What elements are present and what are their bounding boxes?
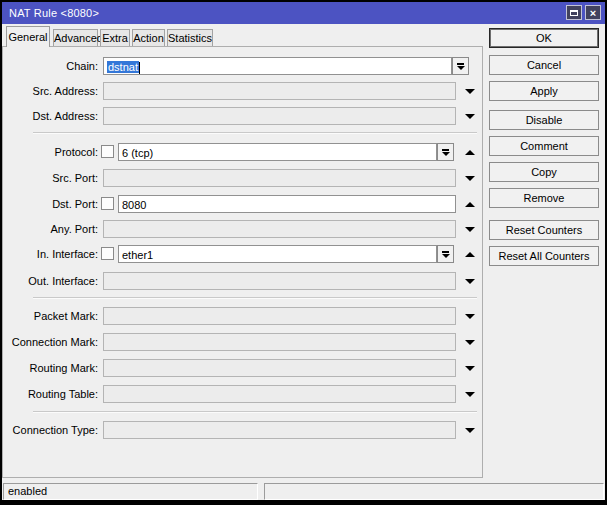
- row-in-interface: In. Interface: ether1: [0, 245, 483, 263]
- any-port-field: [103, 220, 456, 238]
- protocol-input[interactable]: 6 (tcp): [118, 143, 437, 161]
- status-enabled: enabled: [3, 483, 258, 500]
- routing-table-expand-button[interactable]: [462, 385, 478, 403]
- window-title: NAT Rule <8080>: [2, 7, 99, 19]
- src-port-field: [103, 169, 456, 187]
- cancel-button[interactable]: Cancel: [489, 55, 599, 75]
- chevron-down-icon: [465, 314, 475, 319]
- in-interface-not-checkbox[interactable]: [101, 247, 114, 260]
- row-src-port: Src. Port:: [0, 169, 483, 187]
- connection-mark-expand-button[interactable]: [462, 333, 478, 351]
- protocol-label: Protocol:: [2, 143, 98, 161]
- chevron-up-icon: [465, 202, 475, 207]
- dropdown-list-icon: [442, 251, 450, 258]
- connection-type-field: [103, 421, 456, 439]
- disable-button[interactable]: Disable: [489, 110, 599, 130]
- any-port-label: Any. Port:: [2, 220, 98, 238]
- packet-mark-label: Packet Mark:: [2, 307, 98, 325]
- routing-table-label: Routing Table:: [2, 385, 98, 403]
- chain-dropdown-button[interactable]: [452, 57, 469, 75]
- maximize-icon: [570, 10, 578, 16]
- tab-action[interactable]: Action: [132, 29, 165, 46]
- nat-rule-dialog: NAT Rule <8080> × General Advanced Extra…: [0, 0, 607, 505]
- row-dst-address: Dst. Address:: [0, 107, 483, 125]
- row-connection-mark: Connection Mark:: [0, 333, 483, 351]
- chain-label: Chain:: [2, 57, 98, 75]
- chevron-down-icon: [465, 366, 475, 371]
- tab-statistics[interactable]: Statistics: [167, 29, 213, 46]
- chevron-down-icon: [465, 279, 475, 284]
- packet-mark-field: [103, 307, 456, 325]
- protocol-collapse-button[interactable]: [462, 143, 478, 161]
- routing-table-field: [103, 385, 456, 403]
- separator: [33, 297, 477, 299]
- chevron-down-icon: [465, 176, 475, 181]
- separator: [33, 132, 477, 134]
- dst-address-field: [103, 107, 456, 125]
- row-routing-table: Routing Table:: [0, 385, 483, 403]
- connection-mark-label: Connection Mark:: [2, 333, 98, 351]
- remove-button[interactable]: Remove: [489, 188, 599, 208]
- tab-extra[interactable]: Extra: [100, 29, 130, 46]
- row-any-port: Any. Port:: [0, 220, 483, 238]
- chevron-down-icon: [465, 114, 475, 119]
- dropdown-list-icon: [457, 63, 465, 70]
- tab-general[interactable]: General: [6, 26, 50, 47]
- text-caret: [139, 62, 140, 74]
- in-interface-label: In. Interface:: [2, 245, 98, 263]
- in-interface-dropdown-button[interactable]: [437, 245, 454, 263]
- close-button[interactable]: ×: [585, 5, 601, 20]
- apply-button[interactable]: Apply: [489, 81, 599, 101]
- maximize-button[interactable]: [566, 5, 582, 20]
- chevron-down-icon: [465, 340, 475, 345]
- src-address-label: Src. Address:: [2, 82, 98, 100]
- row-protocol: Protocol: 6 (tcp): [0, 143, 483, 161]
- out-interface-field: [103, 272, 456, 290]
- chain-input[interactable]: dstnat: [103, 57, 452, 75]
- any-port-expand-button[interactable]: [462, 220, 478, 238]
- dst-port-input[interactable]: 8080: [118, 195, 456, 213]
- src-port-label: Src. Port:: [2, 169, 98, 187]
- row-packet-mark: Packet Mark:: [0, 307, 483, 325]
- dst-port-label: Dst. Port:: [2, 195, 98, 213]
- in-interface-collapse-button[interactable]: [462, 245, 478, 263]
- row-routing-mark: Routing Mark:: [0, 359, 483, 377]
- in-interface-input[interactable]: ether1: [118, 245, 437, 263]
- routing-mark-expand-button[interactable]: [462, 359, 478, 377]
- src-port-expand-button[interactable]: [462, 169, 478, 187]
- dst-port-collapse-button[interactable]: [462, 195, 478, 213]
- protocol-dropdown-button[interactable]: [437, 143, 454, 161]
- chevron-down-icon: [465, 428, 475, 433]
- src-address-expand-button[interactable]: [462, 82, 478, 100]
- connection-type-expand-button[interactable]: [462, 421, 478, 439]
- dst-address-expand-button[interactable]: [462, 107, 478, 125]
- row-src-address: Src. Address:: [0, 82, 483, 100]
- chevron-down-icon: [465, 89, 475, 94]
- routing-mark-label: Routing Mark:: [2, 359, 98, 377]
- close-icon: ×: [590, 7, 596, 19]
- dst-port-not-checkbox[interactable]: [101, 197, 114, 210]
- connection-mark-field: [103, 333, 456, 351]
- row-chain: Chain: dstnat: [0, 57, 483, 75]
- chevron-down-icon: [465, 392, 475, 397]
- row-connection-type: Connection Type:: [0, 421, 483, 439]
- routing-mark-field: [103, 359, 456, 377]
- separator: [33, 411, 477, 413]
- out-interface-label: Out. Interface:: [2, 272, 98, 290]
- ok-button[interactable]: OK: [489, 28, 599, 48]
- dst-address-label: Dst. Address:: [2, 107, 98, 125]
- reset-all-counters-button[interactable]: Reset All Counters: [489, 246, 599, 266]
- copy-button[interactable]: Copy: [489, 162, 599, 182]
- chain-selected-text: dstnat: [107, 61, 139, 73]
- comment-button[interactable]: Comment: [489, 136, 599, 156]
- packet-mark-expand-button[interactable]: [462, 307, 478, 325]
- chevron-up-icon: [465, 150, 475, 155]
- status-secondary: [264, 483, 604, 500]
- protocol-not-checkbox[interactable]: [101, 145, 114, 158]
- tab-advanced[interactable]: Advanced: [53, 29, 98, 46]
- src-address-field: [103, 82, 456, 100]
- connection-type-label: Connection Type:: [2, 421, 98, 439]
- reset-counters-button[interactable]: Reset Counters: [489, 220, 599, 240]
- out-interface-expand-button[interactable]: [462, 272, 478, 290]
- dropdown-list-icon: [442, 149, 450, 156]
